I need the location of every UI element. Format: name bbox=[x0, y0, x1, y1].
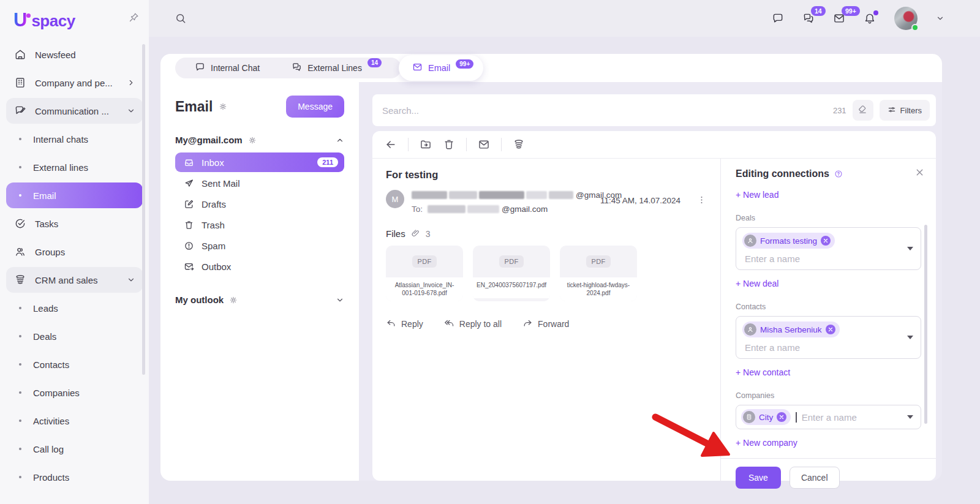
deal-input-placeholder[interactable]: Enter a name bbox=[742, 254, 902, 264]
back-arrow-icon[interactable] bbox=[385, 138, 397, 151]
online-status-dot bbox=[911, 24, 919, 31]
reply-button[interactable]: Reply bbox=[386, 318, 423, 329]
email-toolbar bbox=[372, 131, 936, 159]
sidebar-item-communication[interactable]: Communication ... bbox=[6, 98, 143, 124]
attachment-card[interactable]: PDF ticket-highload-fwdays-2024.pdf bbox=[560, 246, 637, 301]
sidebar-item-label: Email bbox=[33, 190, 56, 201]
sender-avatar: M bbox=[386, 190, 404, 208]
account-settings-gear-icon[interactable] bbox=[229, 296, 238, 304]
folder-spam[interactable]: Spam bbox=[175, 236, 344, 255]
help-icon[interactable] bbox=[834, 170, 843, 178]
mail-account-row[interactable]: My@gmail.com bbox=[175, 135, 344, 145]
remove-chip-icon[interactable] bbox=[777, 412, 786, 422]
sidebar-nav: Newsfeed Company and pe... Communication… bbox=[0, 42, 149, 490]
folder-drafts[interactable]: Drafts bbox=[175, 194, 344, 214]
attachment-card[interactable]: PDF EN_20400375607197.pdf bbox=[473, 246, 550, 301]
new-deal-link[interactable]: + New deal bbox=[736, 279, 921, 288]
folder-label: Drafts bbox=[202, 199, 226, 209]
email-subject: For testing bbox=[386, 169, 707, 181]
companies-select[interactable]: City Enter a name bbox=[736, 405, 921, 429]
sidebar-item-tasks[interactable]: Tasks bbox=[6, 211, 143, 236]
deal-chip: Formats testing bbox=[742, 233, 835, 249]
company-input-placeholder[interactable]: Enter a name bbox=[802, 412, 857, 423]
delete-icon[interactable] bbox=[443, 138, 455, 151]
sidebar-item-deals[interactable]: Deals bbox=[6, 323, 143, 349]
sidebar-item-companies[interactable]: Companies bbox=[6, 380, 143, 405]
new-company-link[interactable]: + New company bbox=[736, 438, 921, 448]
dropdown-caret-icon[interactable] bbox=[907, 336, 913, 339]
contact-input-placeholder[interactable]: Enter a name bbox=[742, 342, 902, 353]
chevron-up-icon[interactable] bbox=[336, 136, 344, 145]
uspacy-app: U spacy Newsfeed Company and pe... Commu… bbox=[0, 0, 980, 504]
close-icon[interactable] bbox=[914, 167, 925, 178]
uspacy-logo[interactable]: U spacy bbox=[13, 9, 75, 31]
edit-icon bbox=[184, 199, 194, 209]
mail-account-row-outlook[interactable]: My outlook bbox=[175, 295, 344, 305]
profile-chevron-down-icon[interactable] bbox=[936, 14, 944, 23]
sidebar-item-leads[interactable]: Leads bbox=[6, 295, 143, 321]
folder-inbox[interactable]: Inbox 211 bbox=[175, 152, 344, 172]
folder-sent[interactable]: Sent Mail bbox=[175, 173, 344, 193]
folder-trash[interactable]: Trash bbox=[175, 215, 344, 235]
attachment-card[interactable]: PDF Atlassian_Invoice_IN-001-019-678.pdf bbox=[386, 246, 463, 301]
files-row: Files 3 bbox=[386, 228, 707, 239]
email-detail-card: For testing M @gmail.com bbox=[372, 131, 936, 481]
reply-to-all-button[interactable]: Reply to all bbox=[444, 318, 502, 329]
sidebar-item-crm-and-sales[interactable]: CRM and sales bbox=[6, 267, 143, 293]
notifications-bell-icon[interactable] bbox=[864, 12, 876, 24]
sidebar-item-internal-chats[interactable]: Internal chats bbox=[6, 126, 143, 152]
deals-select[interactable]: Formats testing Enter a name bbox=[736, 227, 921, 270]
panel-scrollbar[interactable] bbox=[924, 225, 927, 424]
bullet-icon bbox=[19, 363, 21, 366]
sidebar-scrollbar[interactable] bbox=[142, 44, 145, 375]
mail-icon[interactable]: 99+ bbox=[833, 12, 845, 24]
dropdown-caret-icon[interactable] bbox=[907, 415, 913, 419]
external-chats-icon[interactable]: 14 bbox=[802, 12, 815, 24]
sidebar-item-call-log[interactable]: Call log bbox=[6, 436, 143, 462]
kebab-menu-icon[interactable] bbox=[696, 190, 707, 214]
main-area: Internal Chat External Lines 14 Email 99… bbox=[149, 37, 980, 504]
sidebar-item-activities[interactable]: Activities bbox=[6, 408, 143, 434]
folder-outbox[interactable]: Outbox bbox=[175, 257, 344, 276]
user-avatar[interactable] bbox=[894, 7, 918, 30]
email-settings-gear-icon[interactable] bbox=[219, 102, 227, 111]
crm-link-icon[interactable] bbox=[513, 138, 525, 151]
logo-u-mark: U bbox=[13, 9, 27, 31]
new-lead-link[interactable]: + New lead bbox=[736, 190, 921, 200]
clear-search-button[interactable] bbox=[853, 100, 873, 121]
logo-row: U spacy bbox=[0, 0, 149, 36]
remove-chip-icon[interactable] bbox=[821, 236, 831, 246]
sidebar-item-external-lines[interactable]: External lines bbox=[6, 154, 143, 180]
sidebar-item-newsfeed[interactable]: Newsfeed bbox=[6, 42, 143, 67]
panel-title: Editing connections bbox=[736, 168, 829, 179]
file-preview: PDF bbox=[560, 246, 637, 277]
tab-email[interactable]: Email 99+ bbox=[399, 55, 483, 81]
bullet-icon bbox=[19, 335, 21, 337]
search-input[interactable] bbox=[382, 105, 833, 116]
dropdown-caret-icon[interactable] bbox=[907, 247, 913, 250]
account-settings-gear-icon[interactable] bbox=[248, 136, 257, 145]
pin-sidebar-icon[interactable] bbox=[129, 12, 139, 25]
sidebar-item-products[interactable]: Products bbox=[6, 464, 143, 490]
crm-coil-icon bbox=[13, 274, 27, 286]
search-icon[interactable] bbox=[175, 12, 187, 24]
account-name: My@gmail.com bbox=[175, 135, 243, 145]
sidebar-item-groups[interactable]: Groups bbox=[6, 239, 143, 265]
internal-chat-icon[interactable] bbox=[772, 12, 784, 24]
sidebar-item-contacts[interactable]: Contacts bbox=[6, 352, 143, 377]
move-to-folder-icon[interactable] bbox=[420, 138, 432, 151]
tab-internal-chat[interactable]: Internal Chat bbox=[179, 62, 276, 74]
sidebar-item-email[interactable]: Email bbox=[6, 182, 143, 208]
filters-button[interactable]: Filters bbox=[880, 100, 930, 121]
chevron-down-icon[interactable] bbox=[336, 296, 344, 304]
message-button[interactable]: Message bbox=[286, 96, 344, 118]
cancel-button[interactable]: Cancel bbox=[790, 467, 840, 489]
sidebar-item-company-and-people[interactable]: Company and pe... bbox=[6, 70, 143, 96]
remove-chip-icon[interactable] bbox=[826, 325, 835, 334]
contacts-select[interactable]: Misha Serbeniuk Enter a name bbox=[736, 316, 921, 359]
save-button[interactable]: Save bbox=[736, 467, 781, 489]
forward-button[interactable]: Forward bbox=[522, 318, 569, 329]
tab-external-lines[interactable]: External Lines 14 bbox=[276, 62, 398, 74]
mark-read-icon[interactable] bbox=[478, 138, 490, 151]
new-contact-link[interactable]: + New contact bbox=[736, 367, 921, 377]
